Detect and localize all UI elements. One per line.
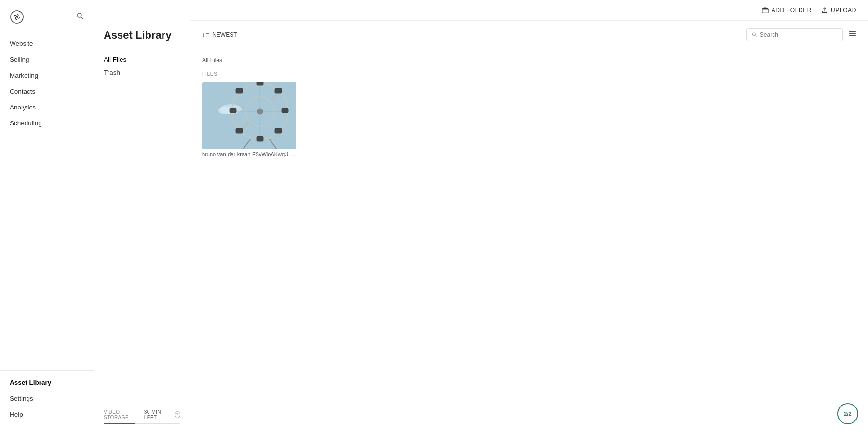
sort-button[interactable]: ↓≡ NEWEST <box>202 31 237 39</box>
folder-panel-title: Asset Library <box>104 29 180 41</box>
folder-nav-trash[interactable]: Trash <box>104 66 180 79</box>
sidebar-item-scheduling[interactable]: Scheduling <box>0 115 94 131</box>
header-right <box>746 28 856 41</box>
svg-rect-8 <box>849 35 856 36</box>
sidebar-item-settings[interactable]: Settings <box>0 391 94 407</box>
content-area: All Files FILES <box>190 49 868 434</box>
svg-rect-19 <box>257 82 263 85</box>
sort-label: NEWEST <box>212 31 237 38</box>
svg-rect-23 <box>275 88 282 93</box>
sidebar-item-analytics[interactable]: Analytics <box>0 99 94 115</box>
sidebar-item-website[interactable]: Website <box>0 36 94 52</box>
file-card[interactable]: bruno-van-der-kraan-FSvWioAKwqU-unsplas.… <box>202 82 296 157</box>
bottom-badge[interactable]: 2/2 <box>837 403 858 424</box>
files-section-label: FILES <box>202 71 856 77</box>
main-content-header: ↓≡ NEWEST <box>190 21 868 49</box>
add-folder-button[interactable]: ADD FOLDER <box>762 7 812 14</box>
sidebar: Website Selling Marketing Contacts Analy… <box>0 0 94 434</box>
main-wrapper: ADD FOLDER UPLOAD ↓≡ NEWEST <box>190 0 868 434</box>
sidebar-item-marketing[interactable]: Marketing <box>0 68 94 83</box>
search-icon-main <box>752 32 757 38</box>
sidebar-item-contacts[interactable]: Contacts <box>0 83 94 99</box>
folder-panel-storage: VIDEO STORAGE 30 MIN LEFT ? <box>104 402 180 424</box>
svg-rect-24 <box>236 88 243 93</box>
sidebar-item-help[interactable]: Help <box>0 407 94 422</box>
sidebar-item-asset-library[interactable]: Asset Library <box>0 375 94 391</box>
add-folder-label: ADD FOLDER <box>772 7 812 14</box>
folder-nav-all-files[interactable]: All Files <box>104 53 180 66</box>
storage-bar-fill <box>104 423 135 424</box>
view-toggle-button[interactable] <box>849 30 856 40</box>
svg-rect-22 <box>230 108 236 113</box>
file-thumbnail <box>202 82 296 149</box>
sort-icon: ↓≡ <box>202 31 209 39</box>
logo-icon[interactable] <box>10 10 24 24</box>
upload-label: UPLOAD <box>831 7 856 14</box>
svg-rect-21 <box>282 108 288 113</box>
storage-remaining: 30 MIN LEFT <box>144 409 172 420</box>
file-name: bruno-van-der-kraan-FSvWioAKwqU-unsplas.… <box>202 151 296 157</box>
search-icon[interactable] <box>76 12 84 22</box>
folder-panel: Asset Library All Files Trash VIDEO STOR… <box>94 0 190 434</box>
search-input[interactable] <box>760 31 838 38</box>
sidebar-logo-area <box>0 8 94 34</box>
header-left: ↓≡ NEWEST <box>202 31 237 39</box>
svg-line-2 <box>81 17 83 19</box>
svg-rect-3 <box>762 9 768 13</box>
svg-point-18 <box>257 108 263 114</box>
top-action-bar: ADD FOLDER UPLOAD <box>190 0 868 21</box>
upload-button[interactable]: UPLOAD <box>821 7 856 14</box>
svg-line-5 <box>755 35 757 37</box>
storage-info-icon[interactable]: ? <box>175 411 180 418</box>
sidebar-item-selling[interactable]: Selling <box>0 52 94 68</box>
svg-rect-7 <box>849 33 856 34</box>
breadcrumb: All Files <box>202 57 856 64</box>
svg-rect-6 <box>849 31 856 32</box>
svg-rect-9 <box>202 82 296 149</box>
storage-bar <box>104 423 180 424</box>
sidebar-bottom: Asset Library Settings Help <box>0 370 94 426</box>
sidebar-nav: Website Selling Marketing Contacts Analy… <box>0 34 94 370</box>
search-box[interactable] <box>746 28 843 41</box>
svg-rect-20 <box>257 136 263 141</box>
files-grid: bruno-van-der-kraan-FSvWioAKwqU-unsplas.… <box>202 82 856 157</box>
storage-label-text: VIDEO STORAGE <box>104 409 141 420</box>
svg-rect-26 <box>236 128 243 133</box>
svg-rect-25 <box>275 128 282 133</box>
